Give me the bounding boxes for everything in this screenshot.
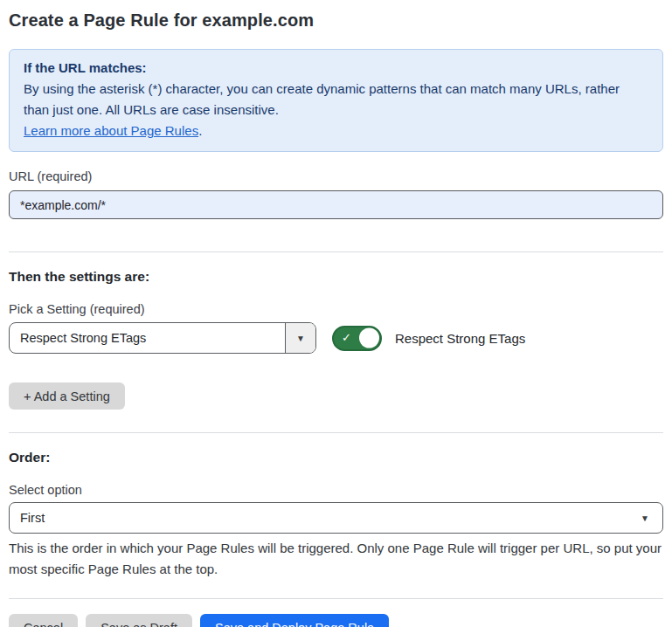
url-field-label: URL (required) [9,169,663,183]
form-actions: Cancel Save as Draft Save and Deploy Pag… [9,614,663,627]
setting-select-value: Respect Strong ETags [10,323,285,353]
link-suffix: . [198,123,202,138]
toggle-knob [359,328,379,348]
order-select-label: Select option [9,483,663,497]
url-match-info-box: If the URL matches: By using the asteris… [9,49,663,152]
setting-select[interactable]: Respect Strong ETags ▼ [9,322,316,354]
info-box-heading: If the URL matches: [24,58,648,79]
setting-select-button[interactable]: ▼ [285,323,315,353]
cancel-button[interactable]: Cancel [9,614,78,627]
learn-more-link[interactable]: Learn more about Page Rules [24,123,198,138]
setting-toggle-label: Respect Strong ETags [395,331,525,346]
settings-section-heading: Then the settings are: [9,269,663,285]
info-box-link-line: Learn more about Page Rules. [24,121,648,141]
save-deploy-button[interactable]: Save and Deploy Page Rule [200,614,389,627]
info-box-body: By using the asterisk (*) character, you… [24,79,648,121]
setting-row: Respect Strong ETags ▼ ✓ Respect Strong … [9,322,663,354]
order-help-text: This is the order in which your Page Rul… [9,538,663,580]
order-select-value: First [20,511,45,525]
divider [9,432,663,433]
create-page-rule-form: Create a Page Rule for example.com If th… [0,10,672,627]
order-section-heading: Order: [9,450,663,465]
divider [9,251,663,252]
order-select[interactable]: First ▼ [9,502,663,534]
chevron-down-icon: ▼ [641,513,649,523]
setting-toggle[interactable]: ✓ [332,326,382,351]
check-icon: ✓ [342,331,351,344]
page-title: Create a Page Rule for example.com [9,10,663,31]
chevron-down-icon: ▼ [296,334,305,343]
divider [9,598,663,599]
pick-setting-label: Pick a Setting (required) [9,302,663,316]
add-setting-button[interactable]: + Add a Setting [9,382,125,410]
url-input[interactable] [9,190,663,219]
save-draft-button[interactable]: Save as Draft [86,614,192,627]
